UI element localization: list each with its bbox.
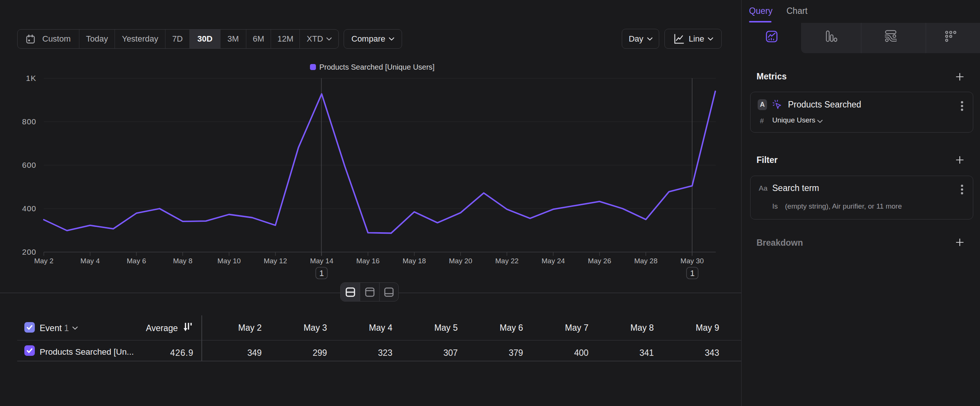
svg-text:May 28: May 28	[634, 257, 657, 265]
svg-text:May 26: May 26	[588, 257, 611, 265]
svg-text:800: 800	[22, 117, 36, 126]
svg-text:Products Searched [Unique User: Products Searched [Unique Users]	[319, 63, 434, 71]
svg-text:1: 1	[690, 269, 694, 278]
svg-text:200: 200	[22, 248, 36, 256]
svg-text:May 30: May 30	[681, 257, 704, 265]
svg-text:May 18: May 18	[403, 257, 426, 265]
svg-text:May 8: May 8	[173, 257, 192, 265]
svg-text:May 6: May 6	[127, 257, 146, 265]
svg-text:May 20: May 20	[449, 257, 472, 265]
svg-text:May 2: May 2	[34, 257, 54, 265]
svg-text:400: 400	[22, 204, 36, 213]
svg-text:May 22: May 22	[495, 257, 519, 265]
svg-text:May 12: May 12	[264, 257, 287, 265]
svg-text:May 10: May 10	[218, 257, 241, 265]
svg-text:May 24: May 24	[542, 257, 565, 265]
svg-text:May 14: May 14	[310, 257, 334, 265]
svg-text:1K: 1K	[26, 74, 36, 83]
svg-text:1: 1	[319, 269, 324, 278]
svg-text:600: 600	[22, 161, 36, 169]
svg-text:May 16: May 16	[356, 257, 380, 265]
svg-text:May 4: May 4	[81, 257, 100, 265]
